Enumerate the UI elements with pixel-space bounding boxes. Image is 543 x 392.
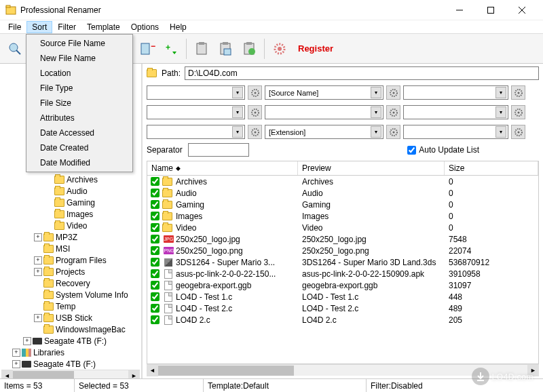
- tree-item[interactable]: Video: [1, 220, 140, 231]
- file-checkbox[interactable]: [151, 292, 160, 301]
- file-row[interactable]: asus-pc-link-2-0-0-22-150...asus-pc-link…: [147, 268, 538, 279]
- header-preview[interactable]: Preview: [298, 161, 445, 175]
- combo-gear-button[interactable]: [248, 105, 262, 119]
- tree-item[interactable]: Temp: [1, 300, 140, 312]
- sort-option[interactable]: File Type: [28, 81, 131, 96]
- tree-item[interactable]: Audio: [1, 185, 140, 197]
- tree-item[interactable]: MSI: [1, 243, 140, 254]
- tree-item[interactable]: +Program Files: [1, 254, 140, 266]
- tree-expand-icon[interactable]: +: [34, 268, 42, 276]
- file-checkbox[interactable]: [151, 200, 160, 209]
- header-name[interactable]: Name◆: [147, 161, 298, 175]
- combo-gear-button[interactable]: [248, 85, 262, 100]
- combo-gear-button[interactable]: [511, 85, 525, 100]
- file-row[interactable]: ArchivesArchives0: [147, 176, 538, 187]
- file-row[interactable]: 3DS1264 - Super Mario 3...3DS1264 - Supe…: [147, 256, 538, 268]
- file-checkbox[interactable]: [151, 304, 160, 313]
- combo-gear-button[interactable]: [511, 125, 525, 139]
- template-combo[interactable]: [Source Name]▾: [265, 85, 383, 100]
- file-checkbox[interactable]: [151, 246, 160, 255]
- file-row[interactable]: ImagesImages0: [147, 210, 538, 222]
- template-combo[interactable]: ▾: [403, 105, 508, 119]
- auto-update-checkbox[interactable]: Auto Update List: [407, 145, 479, 155]
- menu-options[interactable]: Options: [126, 21, 164, 33]
- file-checkbox[interactable]: [151, 212, 160, 220]
- file-row[interactable]: VideoVideo0: [147, 222, 538, 233]
- register-link[interactable]: Register: [298, 43, 333, 54]
- minimize-button[interactable]: [444, 0, 475, 20]
- tree-item[interactable]: Images: [1, 208, 140, 220]
- tree-item[interactable]: WindowsImageBac: [1, 324, 140, 335]
- file-row[interactable]: JPG250x250_logo.jpg250x250_logo.jpg7548: [147, 233, 538, 245]
- combo-gear-button[interactable]: [386, 85, 400, 100]
- file-checkbox[interactable]: [151, 258, 160, 267]
- template-combo[interactable]: ▾: [403, 125, 508, 139]
- tool-clipboard1-icon[interactable]: [191, 37, 212, 61]
- close-button[interactable]: [506, 0, 538, 20]
- file-list[interactable]: ArchivesArchives0AudioAudio0GamingGaming…: [147, 176, 539, 364]
- file-checkbox[interactable]: [151, 223, 160, 232]
- tree-expand-icon[interactable]: +: [23, 337, 31, 345]
- tree-item[interactable]: +USB Stick: [1, 312, 140, 324]
- template-combo[interactable]: [Extension]▾: [265, 125, 383, 139]
- tool-clipboard3-icon[interactable]: [238, 37, 260, 61]
- tool-gear-icon[interactable]: [269, 37, 291, 61]
- sort-option[interactable]: Date Accessed: [28, 125, 131, 140]
- tree-item[interactable]: +Seagate 4TB (F:): [1, 358, 140, 370]
- sort-option[interactable]: New File Name: [28, 51, 131, 66]
- file-checkbox[interactable]: [151, 269, 160, 278]
- combo-gear-button[interactable]: [248, 125, 262, 139]
- file-row[interactable]: LO4D 2.cLO4D 2.c205: [147, 314, 538, 326]
- tree-item[interactable]: Gaming: [1, 197, 140, 208]
- file-row[interactable]: LO4D - Test 2.cLO4D - Test 2.c489: [147, 302, 538, 314]
- sort-option[interactable]: File Size: [28, 96, 131, 111]
- sort-option[interactable]: Date Modified: [28, 155, 131, 170]
- tool-add-arrow-icon[interactable]: +: [160, 37, 182, 61]
- tree-item[interactable]: +Libraries: [1, 347, 140, 358]
- list-hscrollbar[interactable]: ◄ ►: [147, 364, 539, 376]
- tree-item[interactable]: +Seagate 4TB (F:): [1, 335, 140, 347]
- menu-help[interactable]: Help: [164, 21, 192, 33]
- tree-item[interactable]: Archives: [1, 174, 140, 185]
- sort-option[interactable]: Attributes: [28, 111, 131, 125]
- file-checkbox[interactable]: [151, 189, 160, 197]
- template-combo[interactable]: ▾: [147, 125, 245, 139]
- tree-expand-icon[interactable]: +: [12, 349, 20, 357]
- menu-sort[interactable]: Sort: [26, 21, 52, 33]
- template-combo[interactable]: ▾: [147, 85, 245, 100]
- menu-template[interactable]: Template: [81, 21, 126, 33]
- tree-item[interactable]: System Volume Info: [1, 289, 140, 300]
- file-checkbox[interactable]: [151, 315, 160, 324]
- file-checkbox[interactable]: [151, 235, 160, 243]
- file-row[interactable]: LO4D - Test 1.cLO4D - Test 1.c448: [147, 291, 538, 302]
- header-size[interactable]: Size: [445, 161, 538, 175]
- template-combo[interactable]: ▾: [147, 105, 245, 119]
- tree-item[interactable]: +Projects: [1, 266, 140, 277]
- tree-item[interactable]: +MP3Z: [1, 231, 140, 243]
- tree-expand-icon[interactable]: +: [12, 360, 20, 368]
- list-header[interactable]: Name◆ Preview Size: [147, 161, 539, 176]
- sort-option[interactable]: Source File Name: [28, 36, 131, 51]
- file-row[interactable]: PNG250x250_logo.png250x250_logo.png22074: [147, 245, 538, 256]
- file-checkbox[interactable]: [151, 177, 160, 186]
- separator-input[interactable]: [188, 143, 249, 157]
- tree-expand-icon[interactable]: +: [34, 256, 42, 264]
- tool-list-remove-icon[interactable]: −: [136, 37, 158, 61]
- template-combo[interactable]: ▾: [403, 85, 508, 100]
- tree-hscrollbar[interactable]: ◄ ►: [1, 370, 140, 378]
- sort-option[interactable]: Date Created: [28, 140, 131, 155]
- file-row[interactable]: geogebra-export.ggbgeogebra-export.ggb31…: [147, 279, 538, 291]
- tree-expand-icon[interactable]: +: [34, 314, 42, 322]
- combo-gear-button[interactable]: [386, 105, 400, 119]
- tree-item[interactable]: Recovery: [1, 277, 140, 289]
- combo-gear-button[interactable]: [511, 105, 525, 119]
- file-row[interactable]: GamingGaming0: [147, 199, 538, 210]
- path-input[interactable]: [185, 66, 539, 80]
- tool-clipboard2-icon[interactable]: [214, 37, 236, 61]
- template-combo[interactable]: ▾: [265, 105, 383, 119]
- tool-magnifier-icon[interactable]: [4, 37, 26, 61]
- file-row[interactable]: AudioAudio0: [147, 187, 538, 199]
- tree-expand-icon[interactable]: +: [34, 233, 42, 241]
- file-checkbox[interactable]: [151, 281, 160, 290]
- menu-filter[interactable]: Filter: [52, 21, 81, 33]
